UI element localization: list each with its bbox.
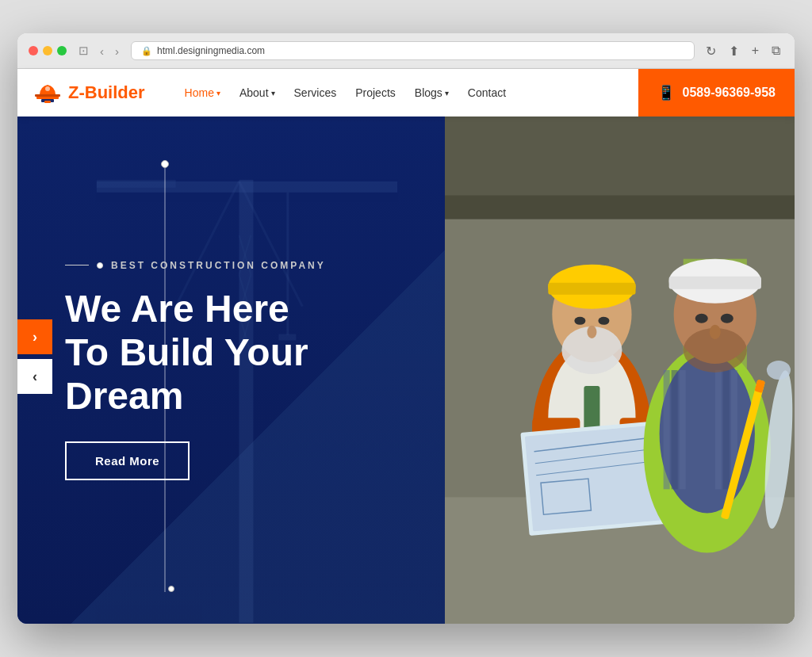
next-arrow-icon: › (33, 329, 37, 346)
svg-rect-43 (664, 370, 670, 489)
home-chevron: ▾ (216, 89, 220, 97)
projects-link[interactable]: Projects (347, 80, 404, 105)
hero-title-line2: To Build Your (65, 331, 308, 373)
subtitle-dot (97, 262, 103, 269)
browser-nav-buttons: ⊡ ‹ › (75, 42, 123, 59)
svg-rect-45 (680, 370, 686, 489)
svg-rect-4 (44, 101, 51, 103)
logo-hyphen: - (79, 82, 84, 102)
logo-text: Z-Builder (68, 82, 145, 103)
svg-rect-1 (35, 94, 60, 97)
home-link[interactable]: Home ▾ (177, 80, 228, 105)
duplicate-button[interactable]: ⧉ (768, 42, 783, 59)
contact-link[interactable]: Contact (460, 80, 514, 105)
forward-button[interactable]: › (111, 43, 123, 59)
workers-photo (445, 117, 795, 624)
subtitle-text: BEST CONSTRUCTION COMPANY (111, 260, 326, 271)
new-tab-button[interactable]: + (749, 42, 762, 59)
svg-rect-29 (548, 283, 635, 295)
maximize-button[interactable] (57, 46, 67, 55)
read-more-button[interactable]: Read More (65, 441, 190, 480)
svg-point-31 (598, 317, 609, 325)
svg-rect-46 (715, 370, 722, 489)
contact-label: Contact (468, 86, 506, 99)
blogs-chevron: ▾ (445, 89, 449, 97)
url-bar[interactable]: 🔒 html.designingmedia.com (131, 41, 695, 60)
svg-rect-52 (669, 277, 761, 289)
phone-cta[interactable]: 📱 0589-96369-958 (638, 69, 795, 117)
about-label: About (239, 86, 269, 99)
svg-point-55 (710, 325, 721, 339)
hero-subtitle: BEST CONSTRUCTION COMPANY (65, 260, 326, 271)
nav-links: Home ▾ About ▾ Services (177, 80, 515, 105)
svg-rect-21 (445, 196, 795, 220)
svg-point-32 (587, 326, 596, 338)
hero-section: › ‹ BEST CONSTRUCTION COMPANY (17, 117, 795, 624)
services-link[interactable]: Services (286, 80, 345, 105)
browser-toolbar: ⊡ ‹ › 🔒 html.designingmedia.com ↻ ⬆ + ⧉ (17, 33, 795, 69)
logo-icon (33, 78, 62, 107)
projects-label: Projects (355, 86, 396, 99)
window-controls (29, 46, 67, 55)
home-label: Home (185, 86, 214, 99)
close-button[interactable] (29, 46, 38, 55)
nav-projects[interactable]: Projects (347, 80, 404, 105)
reload-button[interactable]: ↻ (703, 42, 719, 60)
browser-window: ⊡ ‹ › 🔒 html.designingmedia.com ↻ ⬆ + ⧉ (17, 33, 795, 624)
logo-builder: Builder (85, 82, 145, 102)
main-nav: Home ▾ About ▾ Services (161, 69, 638, 117)
svg-rect-44 (672, 370, 678, 489)
svg-point-59 (767, 361, 791, 380)
hero-bottom-dot (168, 586, 174, 592)
hero-title-line3: Dream (65, 375, 183, 417)
hero-right-panel (445, 117, 795, 624)
services-label: Services (294, 86, 337, 99)
nav-contact[interactable]: Contact (460, 80, 514, 105)
slide-prev-button[interactable]: ‹ (17, 359, 52, 394)
logo-area: Z-Builder (17, 69, 161, 117)
phone-icon: 📱 (657, 84, 675, 101)
svg-point-2 (45, 86, 50, 91)
slide-next-button[interactable]: › (17, 319, 52, 354)
browser-actions: ↻ ⬆ + ⧉ (703, 42, 783, 60)
hero-title-line1: We Are Here (65, 288, 289, 330)
website-content: Z-Builder Home ▾ About ▾ (17, 69, 795, 624)
hero-title: We Are Here To Build Your Dream (65, 287, 326, 418)
hero-left-panel: › ‹ BEST CONSTRUCTION COMPANY (17, 117, 445, 624)
svg-point-30 (574, 317, 585, 325)
prev-arrow-icon: ‹ (33, 369, 37, 385)
nav-blogs[interactable]: Blogs ▾ (407, 80, 457, 105)
nav-about[interactable]: About ▾ (232, 80, 283, 105)
back-button[interactable]: ‹ (96, 43, 108, 59)
minimize-button[interactable] (43, 46, 52, 55)
sidebar-toggle-button[interactable]: ⊡ (75, 42, 93, 59)
site-header: Z-Builder Home ▾ About ▾ (17, 69, 795, 117)
logo-z: Z (68, 82, 79, 102)
blogs-link[interactable]: Blogs ▾ (407, 80, 457, 105)
svg-point-53 (695, 314, 708, 323)
lock-icon: 🔒 (141, 46, 152, 56)
svg-point-54 (721, 314, 733, 323)
hero-content: BEST CONSTRUCTION COMPANY We Are Here To… (17, 228, 373, 513)
phone-number: 0589-96369-958 (683, 86, 776, 100)
hero-top-dot (161, 160, 169, 168)
nav-services[interactable]: Services (286, 80, 345, 105)
url-text: html.designingmedia.com (157, 45, 265, 56)
subtitle-line-left (65, 265, 89, 265)
svg-rect-47 (723, 370, 730, 489)
nav-home[interactable]: Home ▾ (177, 80, 228, 105)
about-link[interactable]: About ▾ (232, 80, 283, 105)
about-chevron: ▾ (271, 89, 275, 97)
share-button[interactable]: ⬆ (726, 42, 742, 60)
blogs-label: Blogs (415, 86, 442, 99)
